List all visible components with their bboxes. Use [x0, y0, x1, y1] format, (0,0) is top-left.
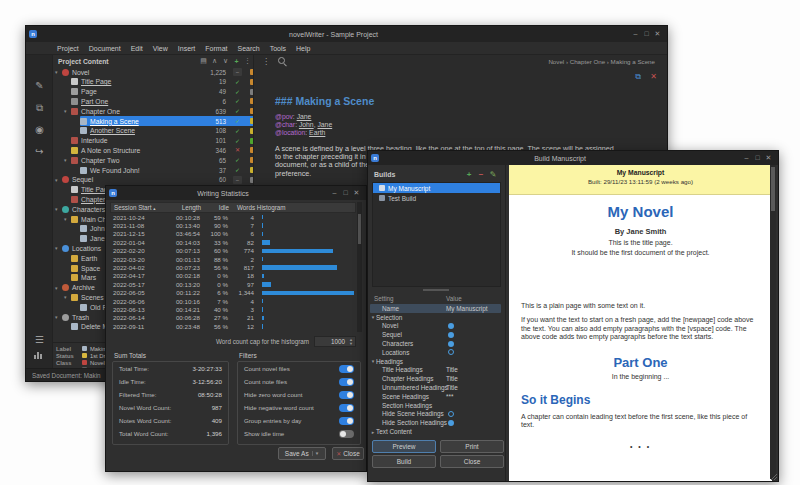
move-down-icon[interactable]: ∨ — [220, 57, 231, 65]
preview-button[interactable]: Preview — [372, 440, 436, 453]
setting-row[interactable]: Scene Headings*** — [370, 392, 501, 401]
tree-row[interactable]: ▾Chapter One639✓ — [53, 106, 253, 116]
stats-row[interactable]: 2022-04-1700:02:180 %18 — [110, 272, 356, 280]
builds-list[interactable]: My ManuscriptTest Build — [372, 182, 501, 287]
setting-row[interactable]: Characters — [370, 339, 501, 348]
chevron-down-icon[interactable]: ▼ — [312, 451, 319, 456]
tree-row[interactable]: Part One6✓ — [53, 96, 253, 106]
setting-row[interactable]: Hide Scene Headings — [370, 410, 501, 419]
menu-insert[interactable]: Insert — [173, 45, 201, 52]
setting-row[interactable]: Novel — [370, 322, 501, 331]
tree-row[interactable]: Page49✓ — [53, 87, 253, 97]
edit-build-icon[interactable]: ✎ — [487, 170, 499, 179]
tag-value[interactable]: John — [299, 121, 314, 128]
tree-row[interactable]: ▾Chapter Two65✓ — [53, 155, 253, 165]
toggle-switch[interactable] — [339, 365, 354, 373]
minimize-icon[interactable]: – — [741, 153, 752, 163]
stats-table-header[interactable]: Session Start ▴ Length Idle Words Histog… — [110, 202, 356, 213]
resize-grip[interactable] — [770, 473, 777, 480]
tree-row[interactable]: Title Page19✓ — [53, 77, 253, 87]
close-icon[interactable]: ✕ — [351, 188, 362, 198]
panel-menu-icon[interactable]: ⋮ — [242, 57, 253, 65]
col-words-histogram[interactable]: Words Histogram — [229, 204, 355, 211]
stats-row[interactable]: 2022-05-1700:13:200 %97 — [110, 280, 356, 288]
menu-icon[interactable]: ☰ — [32, 333, 47, 347]
expand-arrow-icon[interactable]: ▾ — [55, 206, 58, 212]
maximize-icon[interactable]: □ — [641, 29, 652, 39]
expand-arrow-icon[interactable]: ▾ — [55, 177, 58, 183]
maximize-icon[interactable]: □ — [340, 188, 351, 198]
editor-close-icon[interactable]: ✕ — [650, 72, 657, 81]
minimize-icon[interactable]: – — [630, 29, 641, 39]
minimize-icon[interactable]: – — [329, 188, 340, 198]
menu-project[interactable]: Project — [52, 45, 84, 52]
setting-row[interactable]: NameMy Manuscript — [370, 304, 501, 313]
expand-arrow-icon[interactable]: ▾ — [64, 108, 67, 114]
setting-row[interactable]: ▾Selection — [370, 313, 501, 322]
menu-search[interactable]: Search — [233, 45, 265, 52]
expand-arrow-icon[interactable]: ▾ — [64, 294, 67, 300]
setting-row[interactable]: Sequel — [370, 330, 501, 339]
menu-tools[interactable]: Tools — [265, 45, 291, 52]
expand-arrow-icon[interactable]: ▾ — [55, 245, 58, 251]
editor-expand-icon[interactable]: ⧉ — [635, 72, 641, 82]
setting-row[interactable]: ▾Headings — [370, 357, 501, 366]
close-button[interactable]: ✕Close — [332, 447, 364, 460]
toggle-switch[interactable] — [339, 417, 354, 425]
menu-help[interactable]: Help — [291, 45, 315, 52]
setting-row[interactable]: Unnumbered HeadingsTitle — [370, 383, 501, 392]
build-list-item[interactable]: Test Build — [373, 193, 500, 203]
edit-icon[interactable]: ✎ — [32, 79, 47, 93]
stats-row[interactable]: 2022-03-2000:01:1388 %2 — [110, 255, 356, 263]
tag-value[interactable]: Jane — [317, 121, 332, 128]
tag-value[interactable]: Jane — [297, 113, 312, 120]
close-button[interactable]: Close — [440, 455, 504, 468]
preview-scrollbar[interactable] — [770, 165, 776, 479]
builds-list-scrollbar[interactable] — [423, 289, 449, 291]
stats-row[interactable]: 2022-01-0400:14:0333 %82 — [110, 238, 356, 246]
maximize-icon[interactable]: □ — [752, 153, 763, 163]
word-cap-spinner[interactable]: 1000 ▲▼ — [314, 336, 356, 347]
menu-format[interactable]: Format — [200, 45, 232, 52]
stats-row[interactable]: 2022-09-1100:23:4856 %12 — [110, 322, 356, 330]
stats-row[interactable]: 2022-06-1400:06:2827 %21 — [110, 314, 356, 322]
novel-view-icon[interactable]: ◉ — [32, 123, 47, 137]
tree-row[interactable]: Interlude101✓ — [53, 136, 253, 146]
toggle-switch[interactable] — [339, 404, 354, 412]
toggle-switch[interactable] — [339, 378, 354, 386]
col-session-start[interactable]: Session Start ▴ — [111, 204, 159, 211]
build-list-item[interactable]: My Manuscript — [373, 183, 500, 193]
documents-icon[interactable]: ⧉ — [32, 101, 47, 115]
save-as-button[interactable]: Save As▼ — [278, 447, 326, 460]
toggle-switch[interactable] — [339, 391, 354, 399]
close-icon[interactable]: ✕ — [763, 153, 774, 163]
stats-row[interactable]: 2022-06-1300:14:2140 %3 — [110, 305, 356, 313]
search-icon[interactable] — [278, 57, 287, 66]
tree-row[interactable]: Another Scene108✓ — [53, 126, 253, 136]
spinner-arrows-icon[interactable]: ▲▼ — [347, 338, 355, 346]
export-icon[interactable]: ↪ — [32, 145, 47, 159]
col-idle[interactable]: Idle — [201, 204, 229, 211]
stats-row[interactable]: 2021-10-2400:10:2859 %4 — [110, 213, 356, 221]
main-titlebar[interactable]: n novelWriter - Sample Project – □ ✕ — [26, 26, 667, 42]
editor-menu-icon[interactable]: ⋮ — [262, 57, 270, 66]
setting-row[interactable]: Hide Section Headings — [370, 418, 501, 427]
setting-row[interactable]: Chapter HeadingsTitle — [370, 374, 501, 383]
stats-row[interactable]: 2022-06-0600:10:167 %4 — [110, 297, 356, 305]
add-build-icon[interactable]: + — [463, 170, 475, 179]
setting-row[interactable]: Locations — [370, 348, 501, 357]
setting-row[interactable]: Section Headings — [370, 401, 501, 410]
close-icon[interactable]: ✕ — [652, 29, 663, 39]
expand-arrow-icon[interactable]: ▾ — [64, 157, 67, 163]
add-item-icon[interactable]: + — [231, 58, 242, 65]
build-button[interactable]: Build — [372, 455, 436, 468]
manuscript-preview-page[interactable]: My NovelBy Jane SmithThis is the title p… — [509, 195, 772, 481]
expand-arrow-icon[interactable]: ▾ — [64, 216, 67, 222]
toggle-switch[interactable] — [339, 430, 354, 438]
tree-row[interactable]: We Found John!37✓ — [53, 165, 253, 175]
document-icon[interactable]: ▤ — [198, 57, 209, 65]
expand-arrow-icon[interactable]: ▾ — [55, 69, 58, 75]
build-settings-tree[interactable]: NameMy Manuscript▾SelectionNovelSequelCh… — [368, 304, 503, 436]
stats-titlebar[interactable]: n Writing Statistics – □ ✕ — [106, 186, 366, 200]
stats-row[interactable]: 2022-04-0200:07:2356 %817 — [110, 263, 356, 271]
